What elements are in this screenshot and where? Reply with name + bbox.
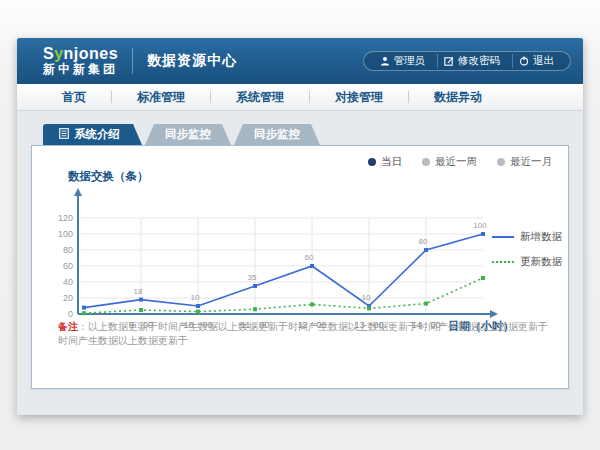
period-radio-group: 当日 最近一周 最近一月: [368, 155, 552, 169]
svg-text:80: 80: [419, 237, 428, 246]
user-icon: [380, 56, 390, 66]
footer-note: 备注：以上数据更新于时间产生数据以上数据更新于时间产生数据以上数据更新于时间产生…: [58, 320, 552, 348]
nav-item-data-change[interactable]: 数据异动: [409, 89, 507, 106]
page-title: 数据资源中心: [147, 52, 237, 70]
chart-legend: 新增数据 更新数据: [492, 230, 562, 269]
svg-text:10: 10: [191, 293, 200, 302]
svg-text:40: 40: [63, 277, 73, 287]
svg-text:20: 20: [63, 293, 73, 303]
radio-today[interactable]: 当日: [368, 155, 402, 169]
change-password-button[interactable]: 修改密码: [437, 54, 506, 68]
svg-text:80: 80: [63, 245, 73, 255]
logo-accent: y: [54, 45, 63, 62]
logo-text-cn: 新中新集团: [43, 63, 118, 76]
radio-last-week[interactable]: 最近一周: [422, 155, 477, 169]
svg-text:60: 60: [63, 261, 73, 271]
main-nav: 首页 标准管理 系统管理 对接管理 数据异动: [17, 84, 583, 111]
svg-text:120: 120: [58, 213, 73, 223]
legend-item-updated-data: 更新数据: [492, 255, 562, 269]
user-menu: 管理员 修改密码 退出: [363, 51, 572, 71]
admin-user-button[interactable]: 管理员: [374, 54, 432, 68]
company-logo: Synjones 新中新集团: [43, 46, 118, 75]
content-area: 系统介绍 同步监控 同步监控 当日 最近一周: [17, 111, 583, 415]
edit-icon: [444, 56, 454, 66]
radio-last-month[interactable]: 最近一月: [497, 155, 552, 169]
svg-text:10: 10: [362, 293, 371, 302]
nav-item-standard-mgmt[interactable]: 标准管理: [112, 89, 210, 106]
tab-bar: 系统介绍 同步监控 同步监控: [43, 124, 569, 145]
document-icon: [59, 128, 69, 141]
svg-text:100: 100: [58, 229, 73, 239]
header: Synjones 新中新集团 数据资源中心 管理员 修改密码: [17, 38, 583, 84]
line-chart: 9：0010：0011：0012：0013：0014：0002040608010…: [42, 184, 516, 336]
nav-item-connect-mgmt[interactable]: 对接管理: [310, 89, 408, 106]
legend-item-new-data: 新增数据: [492, 230, 562, 244]
dotted-line-icon: [492, 261, 514, 263]
svg-text:35: 35: [248, 273, 257, 282]
solid-line-icon: [492, 236, 514, 238]
chart-panel: 当日 最近一周 最近一月 数据交换（条） 9：0010：0011：0012：00…: [31, 145, 569, 389]
radio-dot: [497, 158, 505, 166]
power-icon: [519, 56, 529, 66]
note-text: ：以上数据更新于时间产生数据以上数据更新于时间产生数据以上数据更新于时间产生数据…: [58, 321, 548, 346]
tab-sync-monitor-1[interactable]: 同步监控: [145, 124, 231, 145]
app-window: Synjones 新中新集团 数据资源中心 管理员 修改密码: [17, 38, 583, 415]
tab-system-intro[interactable]: 系统介绍: [43, 124, 142, 145]
logo-text-en: Synjones: [43, 46, 118, 63]
svg-text:100: 100: [473, 221, 487, 230]
note-label: 备注: [58, 321, 78, 332]
svg-text:18: 18: [134, 287, 143, 296]
logout-button[interactable]: 退出: [512, 54, 560, 68]
nav-item-home[interactable]: 首页: [37, 89, 111, 106]
nav-item-system-mgmt[interactable]: 系统管理: [211, 89, 309, 106]
svg-text:60: 60: [305, 253, 314, 262]
header-divider: [132, 48, 133, 74]
radio-dot: [422, 158, 430, 166]
y-axis-title: 数据交换（条）: [68, 169, 149, 184]
radio-dot: [368, 158, 376, 166]
svg-text:0: 0: [68, 309, 73, 319]
tab-sync-monitor-2[interactable]: 同步监控: [234, 124, 320, 145]
